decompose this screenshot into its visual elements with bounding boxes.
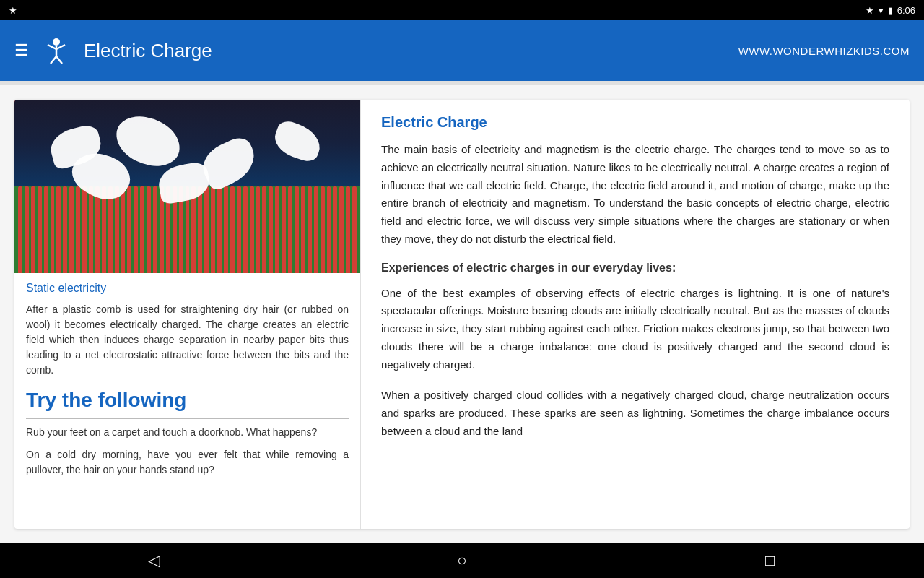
static-description: After a plastic comb is used for straigh… [26, 302, 349, 378]
status-bar-right: ★ ▾ ▮ 6:06 [866, 5, 915, 16]
section-1-body: One of the best examples of observing ef… [381, 285, 889, 374]
wifi-icon: ▾ [879, 5, 884, 16]
left-column: Static electricity After a plastic comb … [14, 100, 361, 529]
try-following-heading: Try the following [26, 388, 349, 413]
app-logo [40, 35, 72, 66]
website-url: WWW.WONDERWHIZKIDS.COM [738, 45, 910, 57]
home-button[interactable]: ○ [440, 546, 484, 575]
content-card: Static electricity After a plastic comb … [14, 100, 910, 529]
app-bar: ☰ Electric Charge WWW.WONDERWHIZKIDS.COM [0, 20, 924, 81]
section-2-body: When a positively charged cloud collides… [381, 387, 889, 440]
try-divider [26, 418, 349, 419]
status-bar: ★ ★ ▾ ▮ 6:06 [0, 0, 924, 20]
right-column: Electric Charge The main basis of electr… [361, 100, 910, 529]
star-icon: ★ [866, 5, 874, 16]
notification-icon: ★ [9, 5, 17, 16]
back-button[interactable]: ◁ [132, 546, 175, 575]
activity-1: Rub your feet on a carpet and touch a do… [26, 425, 349, 440]
svg-point-0 [53, 38, 60, 46]
paper-bits [29, 114, 346, 230]
static-electricity-label: Static electricity [26, 282, 349, 295]
svg-line-4 [51, 56, 56, 64]
article-heading: Electric Charge [381, 114, 889, 131]
section-heading: Experiences of electric charges in our e… [381, 262, 889, 275]
nav-bar: ◁ ○ □ [0, 543, 924, 578]
time-display: 6:06 [897, 5, 915, 16]
svg-line-2 [48, 45, 56, 49]
menu-icon[interactable]: ☰ [14, 41, 29, 60]
svg-line-3 [56, 45, 65, 49]
article-body: The main basis of electricity and magnet… [381, 141, 889, 249]
left-content: Static electricity After a plastic comb … [14, 273, 360, 529]
activity-2: On a cold dry morning, have you ever fel… [26, 447, 349, 478]
status-bar-left: ★ [9, 5, 17, 16]
svg-line-5 [56, 56, 62, 64]
battery-icon: ▮ [888, 5, 893, 16]
app-title: Electric Charge [84, 40, 212, 62]
recents-button[interactable]: □ [749, 546, 792, 575]
app-bar-left: ☰ Electric Charge [14, 35, 212, 66]
main-content: Static electricity After a plastic comb … [0, 85, 924, 543]
article-image [14, 100, 360, 273]
